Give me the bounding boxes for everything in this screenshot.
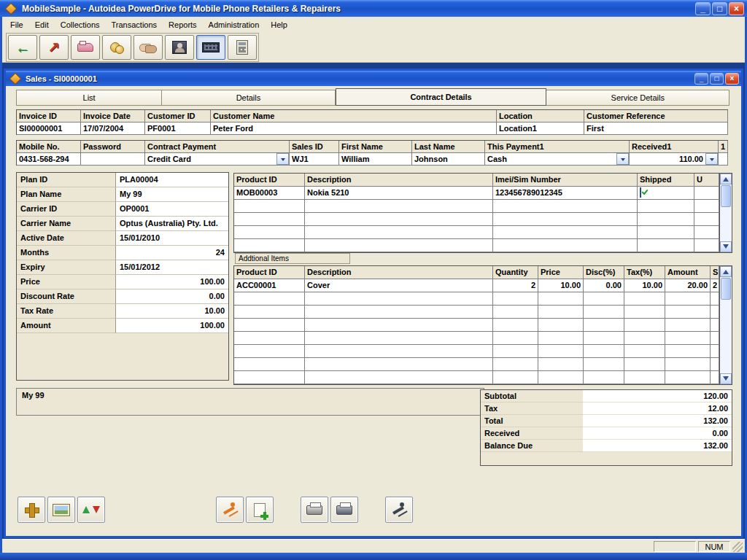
plan-value: OP0001 [116,202,228,217]
invoice-id-cell: SI00000001 [17,122,81,135]
empty-cell [694,200,719,213]
plus-button[interactable] [18,497,45,523]
sales-button[interactable]: ↗ [39,35,69,60]
restore-button[interactable]: □ [712,2,727,15]
application-window: MobileSample - Autoidea PowerDrive for M… [0,0,747,560]
empty-cell [305,226,493,239]
plan-value: 100.00 [116,319,228,333]
empty-cell [665,345,711,358]
scroll-down-button[interactable] [720,373,732,384]
column-header: Customer ID [145,110,211,122]
sales-close-button[interactable]: × [725,73,739,85]
plan-value: 0.00 [116,289,228,304]
summary-label: Balance Due [481,440,583,452]
products-scrollbar[interactable] [719,174,732,252]
scroll-down-button[interactable] [720,241,732,252]
price-cell: 10.00 [538,279,584,292]
photo-button[interactable] [47,497,75,523]
additional-scrollbar[interactable] [719,266,732,384]
password-cell[interactable] [81,153,145,166]
empty-cell [694,226,719,239]
empty-cell [711,358,719,371]
menu-item-edit[interactable]: Edit [29,18,55,31]
empty-cell [234,213,305,226]
runner-dark-icon [392,502,406,517]
scroll-up-button[interactable] [720,174,732,184]
scrollbar-track[interactable] [720,184,732,241]
add-document-button[interactable] [246,497,274,523]
column-header: Last Name [412,141,485,153]
print-button[interactable] [301,497,328,523]
menu-item-transactions[interactable]: Transactions [106,18,163,31]
dropdown-arrow-icon[interactable] [616,153,629,165]
calculator-button[interactable] [228,35,257,60]
empty-cell [493,292,538,306]
plan-label: Price [17,275,116,289]
menu-item-administration[interactable]: Administration [203,18,266,31]
payments-button[interactable] [102,35,131,60]
column-header: Disc(%) [584,266,624,279]
empty-cell [305,371,493,384]
contacts-button[interactable] [165,35,194,60]
menu-bar: File Edit Collections Transactions Repor… [2,17,745,32]
plan-value: Optus (Australia) Pty. Ltd. [116,217,228,231]
contract-payment-combo[interactable]: Credit Card [145,153,290,166]
empty-cell [711,345,719,358]
menu-item-collections[interactable]: Collections [55,18,106,31]
empty-cell [234,239,305,252]
title-bar: MobileSample - Autoidea PowerDrive for M… [0,0,747,17]
empty-cell [493,332,538,345]
close-button[interactable]: × [729,2,744,15]
tab-details[interactable]: Details [162,90,335,106]
sales-chart-icon: ↗ [48,40,61,55]
empty-cell [493,319,538,332]
print-buttons-group [301,497,358,523]
sort-button[interactable] [77,497,105,523]
received-combo[interactable]: 110.00 [630,153,719,166]
dropdown-arrow-icon[interactable] [276,153,289,165]
tab-contract-details[interactable]: Contract Details [336,88,547,106]
customers-button[interactable] [133,35,163,60]
layby-button[interactable] [71,35,100,60]
menu-item-help[interactable]: Help [265,18,293,31]
print-dark-button[interactable] [330,497,358,523]
mobile-no-cell: 0431-568-294 [17,153,81,166]
this-payment-combo[interactable]: Cash [485,153,630,166]
tab-service-details[interactable]: Service Details [546,90,729,106]
tab-list[interactable]: List [16,90,162,106]
empty-cell [305,345,493,358]
minimize-button[interactable]: _ [695,2,711,15]
back-button[interactable]: ← [8,35,37,60]
empty-cell [694,213,719,226]
document-plus-icon [254,503,266,517]
empty-cell [234,319,305,332]
description-cell: Nokia 5210 [305,187,493,200]
tax-cell: 10.00 [624,279,665,292]
empty-cell [638,200,694,213]
resize-grip[interactable] [732,542,743,552]
pos-keyboard-button[interactable] [196,35,225,60]
sales-restore-button[interactable]: □ [710,73,724,85]
menu-item-reports[interactable]: Reports [163,18,203,31]
additional-items-table: Product ID Description Quantity Price Di… [233,265,732,385]
scrollbar-track[interactable] [720,277,732,373]
notes-box[interactable]: My 99 [16,388,484,416]
scroll-up-button[interactable] [720,266,732,277]
dropdown-arrow-icon[interactable] [705,153,718,165]
run-dark-button[interactable] [385,497,413,523]
additional-items-label: Addtional Items [235,253,350,264]
product-id-cell: ACC00001 [234,279,305,292]
shipped-checkbox[interactable] [640,187,641,198]
scrollbar-thumb[interactable] [721,185,731,207]
empty-cell [234,200,305,213]
sales-minimize-button[interactable]: _ [694,73,708,85]
scrollbar-thumb[interactable] [721,278,731,300]
summary-value: 132.00 [583,415,732,427]
menu-item-file[interactable]: File [4,18,29,31]
empty-cell [624,306,665,319]
plan-label: Carrier Name [17,217,116,231]
summary-value: 132.00 [583,440,732,452]
invoice-header-table: Invoice ID Invoice Date Customer ID Cust… [16,109,728,135]
run-button[interactable] [216,497,244,523]
summary-label: Subtotal [481,390,583,402]
